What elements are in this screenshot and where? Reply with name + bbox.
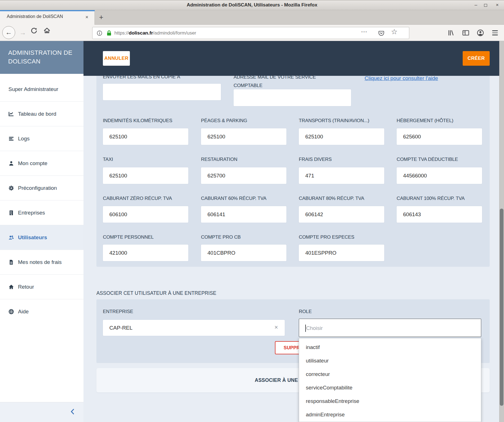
sidebar-item-tableau-de-bord[interactable]: Tableau de bord [0,102,83,126]
gear-icon [8,185,14,191]
account-field-input[interactable]: 401CBPRO [201,245,286,261]
site-info-icon[interactable] [95,29,104,37]
forward-button[interactable]: → [17,27,29,39]
scrollbar-thumb[interactable] [500,209,503,406]
close-window-button[interactable]: × [494,2,501,8]
clear-entreprise-icon[interactable]: × [274,324,278,331]
role-option-correcteur[interactable]: correcteur [299,368,481,381]
account-field-value: 625100 [103,128,188,145]
maximize-button[interactable] [484,4,487,7]
globe-icon [8,309,14,314]
role-option-adminentreprise[interactable]: adminEntreprise [299,408,481,421]
home-button[interactable] [43,27,55,39]
tab-close-icon[interactable]: × [83,14,91,21]
account-field-input[interactable]: 606142 [299,206,384,223]
account-field-input[interactable]: 625600 [397,128,482,145]
account-field-label: TRANSPORTS (TRAIN/AVION...) [299,118,369,124]
chart-line-icon [8,111,14,117]
sidebar-item-label: Super Administrateur [8,86,58,92]
cancel-button[interactable]: ANNULER [103,51,130,66]
account-field-value: 471 [299,167,384,184]
account-field-input[interactable]: 625100 [299,128,384,145]
entreprise-select[interactable]: CAP-REL × [103,320,285,336]
sidebar-item-label: Mon compte [18,160,48,166]
home-icon [8,284,14,290]
lock-icon[interactable] [104,29,114,37]
page-actions-icon[interactable]: ⋯ [361,28,368,35]
account-field-input[interactable]: 44566000 [397,167,482,184]
action-header: ANNULER CRÉER [83,41,499,76]
account-field-label: INDEMNITÉS KILOMÉTRIQUES [103,118,172,124]
sidebar-toggle-icon[interactable] [461,29,471,37]
sidebar-item-entreprises[interactable]: Entreprises [0,200,83,225]
tab-label-fade [65,12,80,24]
sidebar-item-aide[interactable]: Aide [0,299,83,324]
account-field-label: TAXI [103,157,113,162]
account-field-input[interactable]: 625700 [201,167,286,184]
url-bar[interactable]: https://doliscan.fr/admindoli/form/user … [92,27,409,39]
sidebar-item-utilisateurs[interactable]: Utilisateurs [0,225,83,250]
sidebar-item-retour[interactable]: Retour [0,275,83,299]
sidebar-item-preconfiguration[interactable]: Préconfiguration [0,176,83,200]
accounting-mail-input[interactable] [234,89,351,106]
active-tab-indicator [0,10,95,11]
menu-hamburger-icon[interactable] [490,29,500,37]
sidebar-item-label: Utilisateurs [18,234,47,241]
sidebar-item-super-administrateur[interactable]: Super Administrateur [0,77,83,102]
library-icon[interactable] [446,29,456,37]
url-domain: doliscan.fr [129,30,153,36]
account-field-value: 401CBPRO [201,245,286,261]
account-field-value: 625100 [103,167,188,184]
copy-mails-input[interactable] [103,84,221,100]
list-icon [8,136,14,142]
account-field-input[interactable]: 606141 [201,206,286,223]
text-cursor [305,325,306,332]
building-icon [8,210,14,216]
minimize-button[interactable]: – [472,2,480,8]
account-field-input[interactable]: 471 [299,167,384,184]
account-field-input[interactable]: 625100 [103,167,188,184]
bookmark-star-icon[interactable]: ☆ [391,28,397,36]
role-option-inactif[interactable]: inactif [299,341,481,354]
home-icon [43,27,51,34]
account-field-value: 421000 [103,245,188,261]
firefox-window: Administration de DoliSCAN, Utilisateurs… [0,0,504,422]
account-field-input[interactable]: 625100 [201,128,286,145]
role-option-utilisateur[interactable]: utilisateur [299,354,481,368]
account-field-value: 625100 [299,128,384,145]
sidebar-collapse-button[interactable] [67,407,78,417]
chevron-left-icon [69,408,76,415]
account-icon[interactable] [476,29,485,37]
sidebar-item-logs[interactable]: Logs [0,126,83,151]
reload-button[interactable] [30,27,42,39]
sidebar-item-mon-compte[interactable]: Mon compte [0,151,83,176]
role-combobox[interactable]: Choisir [299,319,481,337]
url-path: /admindoli/form/user [153,30,196,36]
associate-section-title: ASSOCIER CET UTILISATEUR À UNE ENTREPRIS… [96,290,216,296]
account-field-input[interactable]: 421000 [103,245,188,261]
file-lines-icon [8,259,14,265]
pocket-icon[interactable] [376,29,386,37]
sidebar-item-label: Préconfiguration [18,185,57,191]
account-field-label: HÉBERGEMENT (HÔTEL) [397,118,453,124]
window-title: Administration de DoliSCAN, Utilisateurs… [0,0,504,10]
account-field-value: 606142 [299,206,384,223]
account-field-value: 606141 [201,206,286,223]
create-button[interactable]: CRÉER [463,51,490,66]
account-field-input[interactable]: 625100 [103,128,188,145]
account-field-input[interactable]: 606143 [397,206,482,223]
url-text[interactable]: https://doliscan.fr/admindoli/form/user [114,27,196,39]
account-field-value: 606143 [397,206,482,223]
account-field-input[interactable]: 401ESPPRO [299,245,384,261]
role-option-servicecomptabilite[interactable]: serviceComptabilite [299,381,481,394]
role-placeholder: Choisir [306,325,323,331]
role-label: ROLE [299,309,312,314]
role-option-responsableentreprise[interactable]: responsableEntreprise [299,394,481,408]
tab-administration-doliscan[interactable]: Administration de DoliSCAN × [0,10,95,25]
back-button[interactable]: ← [2,26,15,39]
account-field-input[interactable]: 606100 [103,206,188,223]
new-tab-button[interactable]: + [96,12,107,22]
sidebar-item-mes-notes-de-frais[interactable]: Mes notes de frais [0,250,83,275]
nav-toolbar: ← → https://doliscan.fr/admindoli/form/u… [0,25,504,41]
account-field-value: 625700 [201,167,286,184]
